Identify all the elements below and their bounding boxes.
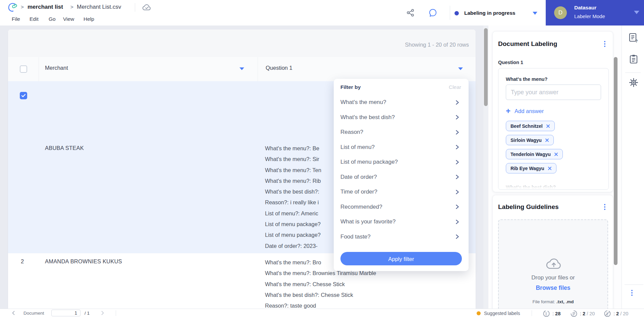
filter-item-list-of-menu[interactable]: List of menu? xyxy=(334,140,469,155)
filter-item-recommended[interactable]: Recommended? xyxy=(334,200,469,215)
filter-item-label: List of menu? xyxy=(340,144,375,151)
submenu-chevron-icon xyxy=(455,145,460,150)
table-toolbar: Showing 1 - 20 of 20 rows xyxy=(8,30,476,57)
plus-icon: + xyxy=(506,107,511,115)
stat-prefix: : xyxy=(613,311,616,316)
question1-filter-icon[interactable] xyxy=(458,67,463,70)
suggested-labels-dot xyxy=(477,311,481,315)
filter-item-label: Food taste? xyxy=(340,233,371,240)
kebab-menu-icon[interactable] xyxy=(631,290,633,296)
filter-item-reason[interactable]: Reason? xyxy=(334,125,469,140)
answer-tag-list: Beef Schnitzel Sirloin Wagyu Tenderloin … xyxy=(506,121,563,173)
stat-prefix: : xyxy=(580,311,583,316)
labeling-queries-icon[interactable]: ? xyxy=(629,33,638,44)
rail-divider xyxy=(625,284,643,285)
filter-item-whats-the-menu[interactable]: What's the menu? xyxy=(334,95,469,110)
filter-item-time-of-order[interactable]: Time of order? xyxy=(334,184,469,200)
column-header-merchant[interactable]: Merchant xyxy=(45,65,68,71)
divider xyxy=(450,6,450,20)
filter-item-date-of-order[interactable]: Date of order? xyxy=(334,170,469,185)
menu-go[interactable]: Go xyxy=(49,16,56,22)
top-header: > merchant list > Merchant List.csv File… xyxy=(0,0,644,25)
breadcrumb-project[interactable]: merchant list xyxy=(28,4,63,10)
add-answer-button[interactable]: + Add answer xyxy=(506,107,544,115)
remove-tag-icon[interactable] xyxy=(548,166,552,170)
filter-item-favorite[interactable]: What is your favorite? xyxy=(334,214,469,229)
status-selector[interactable]: Labeling in progress xyxy=(453,8,541,18)
comment-icon[interactable] xyxy=(428,8,437,19)
answer-line: What's the menu?: Ten xyxy=(265,165,321,175)
filter-item-label: What's the menu? xyxy=(340,99,386,106)
remove-tag-icon[interactable] xyxy=(546,124,550,128)
merchant-cell: ABUBA STEAK xyxy=(45,145,84,151)
panel-title: Document Labeling xyxy=(498,40,557,48)
stat-suffix: / 20 xyxy=(585,311,595,316)
next-document-icon[interactable] xyxy=(101,311,105,317)
clear-filter-button[interactable]: Clear xyxy=(449,84,461,90)
submenu-chevron-icon xyxy=(455,115,460,120)
select-all-checkbox[interactable] xyxy=(20,65,27,73)
app-screen: > merchant list > Merchant List.csv File… xyxy=(0,0,644,317)
submenu-chevron-icon xyxy=(455,174,460,179)
document-labeling-panel: Document Labeling Question 1 What's the … xyxy=(492,31,613,192)
menu-view[interactable]: View xyxy=(63,16,74,22)
filter-item-label: Time of order? xyxy=(340,189,377,195)
breadcrumb-chevron-icon: > xyxy=(21,4,24,10)
apply-filter-button[interactable]: Apply filter xyxy=(340,252,462,265)
file-dropzone[interactable]: Drop your files or Browse files File for… xyxy=(498,219,608,313)
answer-line: What's the best dish?: xyxy=(265,186,321,197)
answer-line: What's the menu?: Rib xyxy=(265,175,321,186)
page-number-input[interactable] xyxy=(51,310,80,316)
submenu-chevron-icon xyxy=(455,100,460,105)
settings-gear-icon[interactable] xyxy=(629,78,638,89)
filter-item-list-of-menu-package[interactable]: List of menu package? xyxy=(334,155,469,170)
browse-files-link[interactable]: Browse files xyxy=(499,284,607,292)
kebab-menu-icon[interactable] xyxy=(604,41,605,47)
menu-help[interactable]: Help xyxy=(84,16,94,22)
labels-progress-icon: Σ xyxy=(604,310,611,317)
stat-value: 28 xyxy=(555,311,560,316)
kebab-menu-icon[interactable] xyxy=(604,204,605,210)
user-mode-selector[interactable]: D Datasaur Labeler Mode xyxy=(546,0,644,25)
submenu-chevron-icon xyxy=(455,219,460,224)
answer-input[interactable] xyxy=(506,85,601,100)
total-labels-stat: Σ T : 28 xyxy=(543,310,560,317)
filter-item-food-taste[interactable]: Food taste? xyxy=(334,229,469,245)
remove-tag-icon[interactable] xyxy=(554,152,558,156)
panel-title: Labeling Guidelines xyxy=(498,203,559,211)
table-header-row: Merchant Question 1 xyxy=(8,57,476,82)
datasaur-logo[interactable] xyxy=(7,2,18,14)
status-dot xyxy=(454,11,459,15)
remove-tag-icon[interactable] xyxy=(545,138,549,142)
filter-item-label: What is your favorite? xyxy=(340,218,395,225)
main-scrollbar-thumb[interactable] xyxy=(484,28,488,106)
submenu-chevron-icon xyxy=(455,234,460,239)
right-icon-rail: ? xyxy=(622,25,644,309)
showing-rows-label: Showing 1 - 20 of 20 rows xyxy=(405,42,469,48)
sidebar-scrollbar-thumb[interactable] xyxy=(614,57,618,265)
filter-item-list: What's the menu? What's the best dish? R… xyxy=(334,95,469,244)
filter-item-best-dish[interactable]: What's the best dish? xyxy=(334,110,469,125)
row-checkbox[interactable] xyxy=(20,92,27,99)
rows-progress-icon xyxy=(570,310,578,317)
answer-line: What's the best dish?: Chesse Stick xyxy=(265,289,376,300)
user-name: Datasaur xyxy=(574,5,596,11)
menu-edit[interactable]: Edit xyxy=(30,16,39,22)
question-section-label: Question 1 xyxy=(498,60,523,65)
filter-item-label: What's the best dish? xyxy=(340,114,395,121)
submenu-chevron-icon xyxy=(455,204,460,209)
answer-tag: Sirloin Wagyu xyxy=(506,135,554,145)
share-icon[interactable] xyxy=(406,8,415,18)
answer-line: List of menu package? xyxy=(265,229,321,240)
stat-value: 2 xyxy=(583,311,585,316)
user-avatar: D xyxy=(554,6,567,19)
submenu-chevron-icon xyxy=(455,130,460,135)
answer-tag: Rib Eye Wagyu xyxy=(506,163,556,173)
guidelines-icon[interactable] xyxy=(630,54,638,65)
column-header-question1[interactable]: Question 1 xyxy=(266,65,292,71)
cloud-sync-icon xyxy=(142,3,152,13)
prev-document-icon[interactable] xyxy=(11,311,15,317)
menu-file[interactable]: File xyxy=(12,16,20,22)
merchant-filter-icon[interactable] xyxy=(239,67,244,70)
filter-by-label: Filter by xyxy=(340,84,361,90)
